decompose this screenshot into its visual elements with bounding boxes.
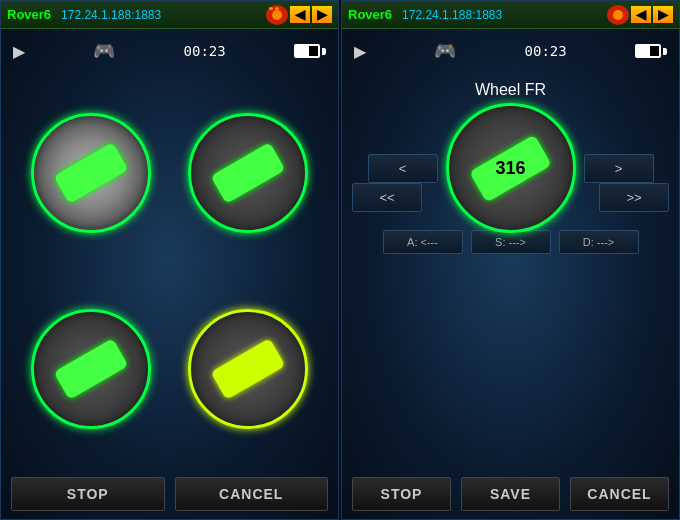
wheel-fl-container (21, 113, 162, 233)
left-ip: 172.24.1.188:1883 (61, 8, 161, 22)
bug-icon (266, 5, 288, 25)
control-row-1: < 316 > (352, 103, 669, 233)
info-row: A: <--- S: ---> D: ---> (352, 230, 669, 254)
back-small-button[interactable]: < (368, 154, 438, 183)
info-a-button[interactable]: A: <--- (383, 230, 463, 254)
left-battery-icon (294, 44, 326, 58)
right-title: Rover6 (348, 7, 392, 22)
right-arrow-left-icon[interactable]: ◀ (631, 6, 651, 23)
wheel-detail-area: < 316 > << >> A: <--- S: ---> D: ---> (342, 103, 679, 469)
left-title: Rover6 (7, 7, 51, 22)
left-footer: STOP CANCEL (1, 469, 338, 519)
arrow-left-icon[interactable]: ◀ (290, 6, 310, 23)
wheel-rl-bar (54, 338, 129, 400)
wheel-fl-bar (54, 142, 129, 204)
right-play-button[interactable]: ▶ (354, 42, 366, 61)
right-cancel-button[interactable]: CANCEL (570, 477, 669, 511)
info-d-button[interactable]: D: ---> (559, 230, 639, 254)
wheel-fr (188, 113, 308, 233)
wheel-fr-container (178, 113, 319, 233)
left-timer: 00:23 (184, 43, 226, 59)
wheel-rr (188, 309, 308, 429)
left-stop-button[interactable]: STOP (11, 477, 165, 511)
wheel-rl-container (21, 309, 162, 429)
left-panel: Rover6 172.24.1.188:1883 ◀ ▶ ▶ 🎮 00:23 (0, 0, 339, 520)
wheel-fl-inner (34, 116, 148, 230)
forward-small-button[interactable]: > (584, 154, 654, 183)
left-toolbar: ▶ 🎮 00:23 (1, 29, 338, 73)
left-header: Rover6 172.24.1.188:1883 ◀ ▶ (1, 1, 338, 29)
right-ip: 172.24.1.188:1883 (402, 8, 502, 22)
right-header: Rover6 172.24.1.188:1883 ◀ ▶ (342, 1, 679, 29)
info-s-button[interactable]: S: ---> (471, 230, 551, 254)
wheel-rl-inner (34, 312, 148, 426)
wheel-detail-title: Wheel FR (342, 73, 679, 103)
right-bug-icon (607, 5, 629, 25)
wheel-fr-inner (191, 116, 305, 230)
right-toolbar: ▶ 🎮 00:23 (342, 29, 679, 73)
right-gamepad-icon: 🎮 (434, 40, 456, 62)
right-battery-icon (635, 44, 667, 58)
wheel-fr-bar (210, 142, 285, 204)
wheel-rr-bar (210, 338, 285, 400)
forward-large-button[interactable]: >> (599, 183, 669, 212)
wheel-value-display: 316 (495, 158, 525, 179)
left-header-icons: ◀ ▶ (266, 5, 332, 25)
left-cancel-button[interactable]: CANCEL (175, 477, 329, 511)
right-stop-button[interactable]: STOP (352, 477, 451, 511)
left-gamepad-icon: 🎮 (93, 40, 115, 62)
left-play-button[interactable]: ▶ (13, 42, 25, 61)
left-wheels-grid (1, 73, 338, 469)
wheel-rl (31, 309, 151, 429)
wheel-rr-container (178, 309, 319, 429)
wheel-rr-inner (191, 312, 305, 426)
right-panel: Rover6 172.24.1.188:1883 ◀ ▶ ▶ 🎮 00:23 W… (341, 0, 680, 520)
right-arrow-right-icon[interactable]: ▶ (653, 6, 673, 23)
back-large-button[interactable]: << (352, 183, 422, 212)
right-timer: 00:23 (525, 43, 567, 59)
right-save-button[interactable]: SAVE (461, 477, 560, 511)
right-footer: STOP SAVE CANCEL (342, 469, 679, 519)
wheel-fl (31, 113, 151, 233)
wheel-detail-display: 316 (446, 103, 576, 233)
arrow-right-icon[interactable]: ▶ (312, 6, 332, 23)
right-header-icons: ◀ ▶ (607, 5, 673, 25)
